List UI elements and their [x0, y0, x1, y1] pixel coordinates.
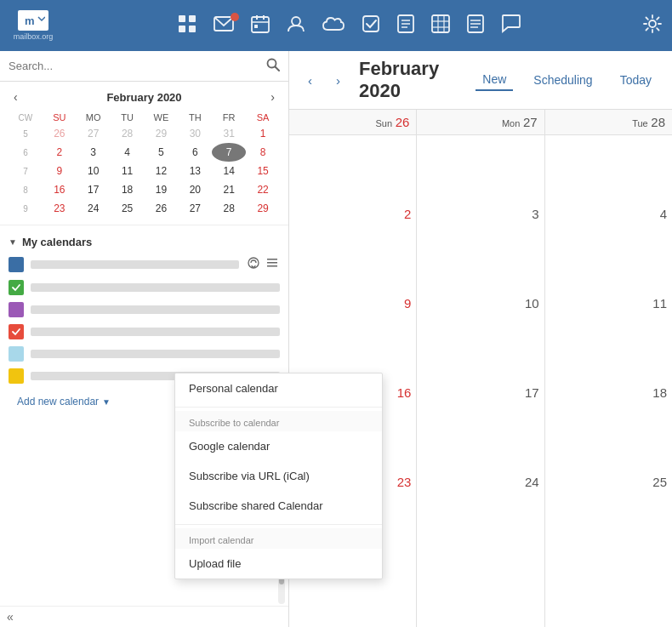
cal-toolbar: ‹ › February 2020 New Scheduling Today	[289, 51, 672, 110]
mail-badge	[231, 13, 239, 21]
cw-cell: 8	[9, 180, 43, 199]
cal-day[interactable]: 12	[145, 162, 179, 180]
chat-icon[interactable]	[501, 14, 521, 37]
week-col-body: 4 11 18 25	[545, 135, 672, 627]
cal-day[interactable]: 1	[246, 124, 280, 143]
cw-header: CW	[9, 111, 43, 124]
today-button[interactable]: Today	[613, 69, 658, 91]
calendar-menu-button[interactable]	[265, 255, 280, 273]
add-calendar-button[interactable]: Add new calendar ▼	[9, 390, 119, 413]
svg-rect-3	[189, 15, 196, 22]
svg-rect-11	[254, 25, 258, 28]
notes-icon[interactable]	[397, 14, 414, 37]
cal-day[interactable]: 2	[43, 143, 77, 162]
svg-rect-32	[267, 262, 277, 264]
cal-day[interactable]: 28	[111, 124, 145, 143]
cal-day[interactable]: 29	[145, 124, 179, 143]
cal-day[interactable]: 30	[178, 124, 212, 143]
cal-day[interactable]: 19	[145, 180, 179, 199]
calendars-toggle[interactable]: ▼	[9, 237, 17, 247]
cal-day-today[interactable]: 7	[212, 143, 246, 162]
search-button[interactable]	[266, 58, 280, 74]
cal-day[interactable]: 8	[246, 143, 280, 162]
cal-day[interactable]: 22	[246, 180, 280, 199]
cal-day[interactable]: 5	[145, 143, 179, 162]
cal-day[interactable]: 14	[212, 162, 246, 180]
topbar-nav	[71, 14, 628, 37]
mini-cal-next[interactable]: ›	[265, 88, 280, 105]
wed-header: WE	[145, 111, 179, 124]
sun-header: SU	[43, 111, 77, 124]
cal-next-button[interactable]: ›	[331, 71, 345, 89]
cal-day[interactable]: 27	[178, 199, 212, 218]
calendar-name	[31, 328, 280, 336]
mini-cal-prev[interactable]: ‹	[9, 88, 23, 105]
cal-day[interactable]: 3	[77, 143, 111, 162]
calendar-name	[31, 305, 280, 314]
upload-file-option[interactable]: Upload file	[175, 549, 382, 579]
cal-day[interactable]: 25	[111, 199, 145, 218]
svg-rect-18	[432, 15, 449, 32]
calendar-share-button[interactable]	[246, 255, 261, 273]
cal-day[interactable]: 28	[212, 199, 246, 218]
dropdown-divider	[175, 407, 382, 408]
cal-day[interactable]: 27	[77, 124, 111, 143]
shared-calendar-option[interactable]: Subscribe shared Calendar	[175, 491, 382, 521]
cal-day[interactable]: 23	[43, 199, 77, 218]
settings-gear-icon[interactable]	[643, 14, 662, 37]
cal-day[interactable]: 21	[212, 180, 246, 199]
spreadsheet-icon[interactable]	[431, 14, 450, 37]
calendar-item[interactable]	[0, 276, 288, 299]
cal-day[interactable]: 24	[77, 199, 111, 218]
grid-icon[interactable]	[178, 14, 196, 37]
search-input[interactable]	[9, 60, 261, 72]
date-number: 17	[417, 382, 544, 403]
cal-prev-button[interactable]: ‹	[303, 71, 317, 89]
date-number: 3	[417, 203, 544, 225]
url-ical-option[interactable]: Subscribe via URL (iCal)	[175, 461, 382, 491]
cal-day[interactable]: 26	[145, 199, 179, 218]
doc-icon[interactable]	[467, 14, 484, 37]
calendar-name	[31, 283, 280, 292]
mail-icon[interactable]	[214, 16, 234, 36]
calendar-item[interactable]	[0, 343, 288, 365]
cal-main-title: February 2020	[359, 58, 462, 102]
cal-day[interactable]: 16	[43, 180, 77, 199]
cal-day[interactable]: 29	[246, 199, 280, 218]
tue-header: TU	[111, 111, 145, 124]
calendar-item[interactable]	[0, 299, 288, 321]
cal-day[interactable]: 9	[43, 162, 77, 180]
mon-header: MO	[77, 111, 111, 124]
svg-rect-31	[267, 259, 277, 260]
cal-day[interactable]: 11	[111, 162, 145, 180]
new-event-button[interactable]: New	[476, 69, 513, 91]
calendar-item[interactable]	[0, 252, 288, 276]
cal-day[interactable]: 13	[178, 162, 212, 180]
cal-day[interactable]: 17	[77, 180, 111, 199]
sidebar-collapse-button[interactable]: «	[7, 610, 14, 624]
cal-day[interactable]: 15	[246, 162, 280, 180]
cal-day[interactable]: 20	[178, 180, 212, 199]
cal-day[interactable]: 4	[111, 143, 145, 162]
thu-header: TH	[178, 111, 212, 124]
cal-day[interactable]: 18	[111, 180, 145, 199]
mini-cal-grid: CW SU MO TU WE TH FR SA 5 26	[9, 111, 280, 218]
cloud-icon[interactable]	[322, 16, 345, 36]
cal-day[interactable]: 31	[212, 124, 246, 143]
tasks-icon[interactable]	[362, 14, 380, 37]
cal-day[interactable]: 10	[77, 162, 111, 180]
cal-day[interactable]: 6	[178, 143, 212, 162]
calendar-nav-icon[interactable]	[251, 14, 270, 37]
date-number: 24	[417, 471, 544, 493]
fri-header: FR	[212, 111, 246, 124]
week-col-mon27: Mon 27 3 10 17 24	[417, 110, 544, 627]
contacts-icon[interactable]	[287, 14, 305, 37]
calendar-item[interactable]	[0, 321, 288, 343]
cw-cell: 6	[9, 143, 43, 162]
google-calendar-option[interactable]: Google calendar	[175, 431, 382, 461]
scheduling-button[interactable]: Scheduling	[527, 69, 599, 91]
personal-calendar-option[interactable]: Personal calendar	[175, 373, 382, 403]
cw-cell: 7	[9, 162, 43, 180]
cal-day[interactable]: 26	[43, 124, 77, 143]
date-number: 18	[545, 382, 672, 403]
